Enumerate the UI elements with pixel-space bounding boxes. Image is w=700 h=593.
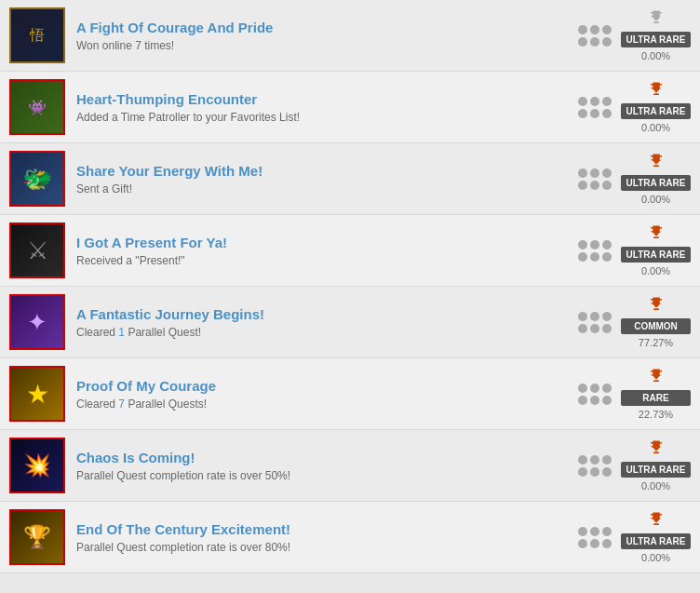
- achievement-title: A Fantastic Journey Begins!: [76, 306, 569, 322]
- achievement-info: A Fantastic Journey Begins!Cleared 1 Par…: [76, 306, 578, 339]
- rarity-percent: 0.00%: [641, 552, 670, 563]
- achievement-desc: Received a "Present!": [76, 254, 569, 267]
- achievement-desc: Won online 7 times!: [76, 39, 569, 52]
- achievement-icon: 💥: [9, 438, 65, 493]
- rarity-badge: ULTRA RARE: [621, 32, 691, 47]
- achievement-info: Heart-Thumping EncounterAdded a Time Pat…: [76, 91, 578, 124]
- achievement-icon: 🏆: [9, 509, 65, 565]
- dots-grid: [578, 312, 612, 333]
- achievement-row: 👾Heart-Thumping EncounterAdded a Time Pa…: [0, 72, 700, 143]
- achievement-icon: ✦: [9, 294, 65, 350]
- rarity-block: ULTRA RARE0.00%: [621, 511, 691, 563]
- achievement-title: Chaos Is Coming!: [76, 450, 569, 465]
- rarity-block: ULTRA RARE0.00%: [621, 153, 691, 205]
- achievement-list: 悟A Fight Of Courage And PrideWon online …: [0, 0, 700, 573]
- rarity-block: ULTRA RARE0.00%: [621, 439, 691, 492]
- achievement-title: Proof Of My Courage: [76, 378, 569, 394]
- dots-grid: [578, 97, 612, 118]
- trophy-icon: [648, 439, 665, 460]
- achievement-desc: Cleared 7 Parallel Quests!: [76, 398, 569, 411]
- trophy-icon: [648, 81, 665, 101]
- rarity-percent: 77.27%: [639, 337, 673, 348]
- trophy-icon: [648, 368, 665, 388]
- achievement-info: A Fight Of Courage And PrideWon online 7…: [76, 20, 578, 52]
- achievement-icon: ⚔: [9, 222, 65, 278]
- dots-grid: [578, 240, 612, 262]
- rarity-badge: ULTRA RARE: [621, 103, 691, 119]
- achievement-row: 🏆End Of The Century Excitement!Parallel …: [0, 502, 700, 573]
- rarity-percent: 0.00%: [641, 480, 670, 492]
- achievement-title: I Got A Present For Ya!: [76, 235, 569, 250]
- rarity-percent: 0.00%: [641, 265, 670, 276]
- achievement-info: I Got A Present For Ya!Received a "Prese…: [76, 235, 578, 267]
- achievement-row: ★Proof Of My CourageCleared 7 Parallel Q…: [0, 358, 700, 430]
- rarity-percent: 0.00%: [641, 122, 670, 133]
- rarity-badge: ULTRA RARE: [621, 533, 691, 549]
- rarity-percent: 0.00%: [641, 194, 670, 205]
- trophy-icon: [648, 9, 665, 30]
- rarity-block: ULTRA RARE0.00%: [621, 9, 691, 61]
- achievement-title: Heart-Thumping Encounter: [76, 91, 569, 107]
- rarity-percent: 0.00%: [641, 50, 670, 61]
- achievement-icon: 👾: [9, 79, 65, 135]
- achievement-desc: Added a Time Patroller to your Favorites…: [76, 111, 569, 124]
- achievement-desc: Parallel Quest completion rate is over 8…: [76, 541, 569, 554]
- rarity-badge: RARE: [621, 390, 691, 406]
- achievement-desc: Parallel Quest completion rate is over 5…: [76, 469, 569, 482]
- rarity-block: COMMON77.27%: [621, 296, 691, 348]
- dots-grid: [578, 384, 612, 405]
- trophy-icon: [648, 511, 665, 532]
- trophy-icon: [648, 153, 665, 173]
- achievement-icon: ★: [9, 366, 65, 422]
- achievement-desc: Sent a Gift!: [76, 182, 569, 195]
- achievement-desc: Cleared 1 Parallel Quest!: [76, 326, 569, 339]
- rarity-block: ULTRA RARE0.00%: [621, 81, 691, 133]
- achievement-info: Share Your Energy With Me!Sent a Gift!: [76, 163, 578, 195]
- achievement-title: Share Your Energy With Me!: [76, 163, 569, 179]
- rarity-badge: ULTRA RARE: [621, 247, 691, 263]
- achievement-row: 悟A Fight Of Courage And PrideWon online …: [0, 0, 700, 72]
- trophy-icon: [648, 296, 665, 317]
- achievement-row: 🐲Share Your Energy With Me!Sent a Gift!U…: [0, 143, 700, 215]
- achievement-row: ✦A Fantastic Journey Begins!Cleared 1 Pa…: [0, 287, 700, 358]
- achievement-info: Chaos Is Coming!Parallel Quest completio…: [76, 450, 578, 482]
- achievement-icon: 🐲: [9, 151, 65, 207]
- dots-grid: [578, 168, 612, 190]
- dots-grid: [578, 25, 612, 47]
- dots-grid: [578, 455, 612, 477]
- dots-grid: [578, 527, 612, 548]
- achievement-row: 💥Chaos Is Coming!Parallel Quest completi…: [0, 430, 700, 502]
- rarity-block: ULTRA RARE0.00%: [621, 224, 691, 276]
- achievement-info: Proof Of My CourageCleared 7 Parallel Qu…: [76, 378, 578, 411]
- achievement-info: End Of The Century Excitement!Parallel Q…: [76, 521, 578, 554]
- trophy-icon: [648, 224, 665, 245]
- achievement-title: End Of The Century Excitement!: [76, 521, 569, 537]
- achievement-title: A Fight Of Courage And Pride: [76, 20, 569, 35]
- rarity-block: RARE22.73%: [621, 368, 691, 420]
- achievement-icon: 悟: [9, 7, 65, 63]
- rarity-badge: COMMON: [621, 318, 691, 334]
- achievement-row: ⚔I Got A Present For Ya!Received a "Pres…: [0, 215, 700, 287]
- rarity-percent: 22.73%: [639, 409, 673, 420]
- rarity-badge: ULTRA RARE: [621, 462, 691, 478]
- rarity-badge: ULTRA RARE: [621, 175, 691, 191]
